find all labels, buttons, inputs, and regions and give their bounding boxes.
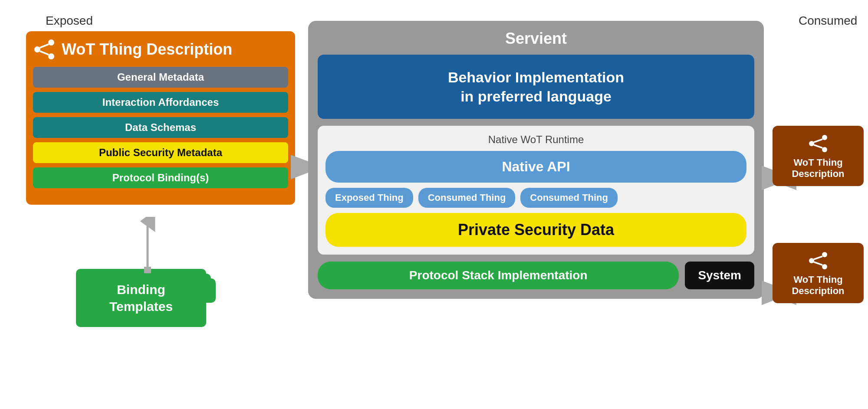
consumed-card-bottom-title: WoT Thing Description [779,274,858,297]
binding-card-front: Binding Templates [76,269,206,327]
wot-share-icon [33,38,56,61]
protocol-stack-box: Protocol Stack Implementation [318,262,679,289]
row-public-security: Public Security Metadata [33,142,288,163]
row-general-metadata: General Metadata [33,67,288,88]
runtime-box: Native WoT Runtime Native API Exposed Th… [318,126,754,255]
svg-line-20 [814,139,822,142]
exposed-thing-pill: Exposed Thing [326,188,413,208]
consumed-label: Consumed [799,14,857,28]
bottom-row: Protocol Stack Implementation System [318,262,754,289]
consumed-thing-pill-1: Consumed Thing [418,188,516,208]
consumed-thing-pill-2: Consumed Thing [520,188,618,208]
private-security-text: Private Security Data [334,221,738,239]
servient-label: Servient [318,29,754,48]
wot-card-title-text: WoT Thing Description [62,41,232,58]
svg-line-26 [814,262,822,265]
svg-line-25 [814,256,822,259]
binding-templates-stack: Binding Templates [76,269,224,356]
exposed-label: Exposed [46,14,93,28]
row-interaction-affordances: Interaction Affordances [33,92,288,113]
consumed-card-top: WoT Thing Description [773,126,864,186]
svg-point-0 [34,46,40,52]
svg-point-18 [822,135,827,140]
svg-rect-7 [144,267,151,273]
consumed-share-icon-top [808,134,828,154]
svg-point-24 [822,264,827,269]
svg-point-2 [48,53,54,59]
consumed-card-top-title: WoT Thing Description [779,157,858,180]
svg-point-1 [48,39,54,46]
behavior-box: Behavior Implementation in preferred lan… [318,55,754,119]
behavior-text: Behavior Implementation in preferred lan… [326,68,746,106]
svg-point-19 [822,147,827,152]
svg-line-4 [40,51,49,55]
row-protocol-bindings: Protocol Binding(s) [33,167,288,188]
private-security-box: Private Security Data [326,213,746,247]
consumed-share-icon-bottom [808,251,828,271]
wot-card-orange: WoT Thing Description General Metadata I… [26,31,295,205]
system-box: System [685,262,754,289]
svg-line-3 [40,44,49,48]
diagram-container: Exposed WoT Thing Description General Me… [0,0,868,409]
svg-point-22 [809,258,814,263]
wot-card-title-row: WoT Thing Description [33,38,288,61]
runtime-label: Native WoT Runtime [326,134,746,146]
native-api-box: Native API [326,151,746,183]
things-row: Exposed Thing Consumed Thing Consumed Th… [326,188,746,208]
svg-line-21 [814,145,822,148]
arrow-binding-to-card [135,217,161,273]
row-data-schemas: Data Schemas [33,117,288,138]
servient-box: Servient Behavior Implementation in pref… [308,21,764,299]
native-api-text: Native API [334,159,738,175]
svg-point-17 [809,141,814,146]
consumed-card-bottom: WoT Thing Description [773,243,864,303]
svg-point-23 [822,252,827,257]
